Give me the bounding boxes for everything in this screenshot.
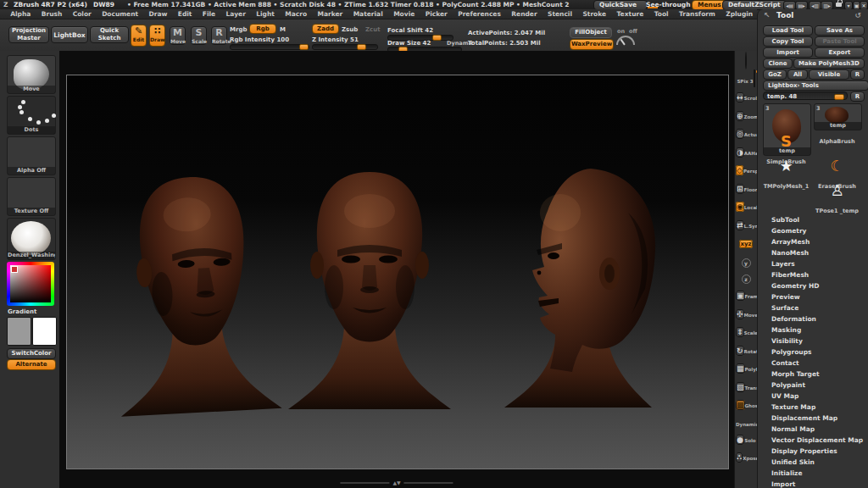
tool-section-arraymesh[interactable]: ArrayMesh (758, 236, 868, 247)
gradient-label[interactable]: Gradient (8, 308, 36, 315)
tool-section-geometry-hd[interactable]: Geometry HD (758, 280, 868, 291)
move-button[interactable]: MMove (170, 26, 186, 45)
floor-button[interactable]: ⊞Floor (736, 179, 756, 196)
rgb-toggle[interactable]: Rgb (249, 24, 276, 34)
quick-sketch-button[interactable]: Quick Sketch (90, 26, 129, 43)
menu-document[interactable]: Document (97, 10, 143, 18)
lightbox-tools-button[interactable]: Lightbox› Tools (763, 80, 868, 91)
tool-section-vector-displacement-map[interactable]: Vector Displacement Map (758, 435, 868, 446)
saturation-square[interactable] (10, 265, 51, 302)
edit-button[interactable]: ✎Edit (131, 25, 147, 47)
menu-marker[interactable]: Marker (312, 10, 348, 18)
clone-button[interactable]: Clone (763, 58, 793, 69)
tool-section-texture-map[interactable]: Texture Map (758, 402, 868, 413)
tool-section-initialize[interactable]: Initialize (758, 468, 868, 479)
zoom-button[interactable]: ⊕Zoom (736, 106, 756, 123)
tmpolymesh-tool[interactable]: ★ TMPolyMesh_1 (763, 157, 810, 191)
menu-picker[interactable]: Picker (420, 10, 452, 18)
r-button-1[interactable]: R (850, 69, 865, 80)
preview-gauge-icon[interactable] (616, 36, 635, 45)
import-button[interactable]: Import (763, 47, 813, 58)
tool-section-fibermesh[interactable]: FiberMesh (758, 269, 868, 280)
tool-section-masking[interactable]: Masking (758, 324, 868, 336)
tpose-tool[interactable]: ♙ TPose1 _temp (814, 181, 860, 216)
spix-slider[interactable]: SPix 3 (736, 70, 756, 86)
save-as-button[interactable]: Save As (815, 25, 865, 36)
secondary-color-swatch[interactable] (32, 317, 57, 346)
menu-alpha[interactable]: Alpha (5, 10, 36, 18)
menu-render[interactable]: Render (506, 10, 542, 18)
tool-section-morph-target[interactable]: Morph Target (758, 369, 868, 380)
transp-button[interactable]: ▧Transp (736, 377, 756, 394)
paste-tool-button[interactable]: Paste Tool (815, 36, 865, 47)
y-axis-button[interactable]: y (736, 252, 756, 269)
move-3d-button[interactable]: ✣Move (736, 304, 756, 321)
tool-section-unified-skin[interactable]: Unified Skin (758, 457, 868, 468)
menu-color[interactable]: Color (67, 10, 96, 18)
scale-button[interactable]: SScale (191, 26, 207, 45)
export-button[interactable]: Export (815, 47, 865, 58)
fill-object-button[interactable]: FillObject (570, 27, 612, 38)
zadd-toggle[interactable]: Zadd (312, 24, 339, 34)
all-button[interactable]: All (787, 69, 808, 80)
tool-section-uv-map[interactable]: UV Map (758, 391, 868, 402)
tool-palette-header[interactable]: ↖ Tool ↺ (758, 11, 868, 23)
tool-section-geometry[interactable]: Geometry (758, 225, 868, 236)
ghost-button[interactable]: ▩Ghost (736, 395, 756, 412)
rotate-button[interactable]: RRotate (211, 26, 227, 45)
scroll-arrows-icon[interactable]: ▲▼ (392, 480, 400, 485)
projection-master-button[interactable]: Projection Master (8, 26, 49, 43)
draw-button[interactable]: ∷Draw (149, 25, 165, 47)
frame-button[interactable]: ▣Frame (736, 286, 756, 302)
main-color-swatch[interactable] (7, 317, 31, 346)
goz-button[interactable]: GoZ (763, 69, 787, 80)
r-button-2[interactable]: R (850, 92, 865, 102)
current-alpha-thumbnail[interactable]: Alpha Off (7, 136, 56, 175)
tool-section-polygroups[interactable]: Polygroups (758, 347, 868, 358)
tool-section-displacement-map[interactable]: Displacement Map (758, 413, 868, 424)
switch-color-button[interactable]: SwitchColor (7, 348, 56, 359)
restore-config-icon[interactable]: ↺ (854, 11, 861, 19)
xyz-button[interactable]: xyz (736, 233, 756, 251)
local-button[interactable]: ◉Local (736, 197, 756, 214)
m-toggle[interactable]: M (280, 26, 286, 33)
menu-macro[interactable]: Macro (280, 10, 312, 18)
menu-draw[interactable]: Draw (143, 10, 172, 18)
menu-edit[interactable]: Edit (173, 10, 198, 18)
persp-button[interactable]: ◇Persp (736, 160, 756, 177)
lock-icon[interactable] (836, 2, 843, 8)
menu-tool[interactable]: Tool (648, 10, 673, 18)
z-axis-button[interactable]: z (736, 269, 756, 285)
tool-section-layers[interactable]: Layers (758, 258, 868, 269)
menu-material[interactable]: Material (348, 10, 387, 18)
current-brush-thumbnail[interactable]: Move (7, 55, 56, 94)
temp-tool-slider[interactable]: temp. 48 (763, 92, 848, 100)
mrgb-toggle[interactable]: Mrgb (230, 26, 247, 33)
canvas-scrollbar[interactable]: ▲▼ (340, 480, 453, 485)
menu-light[interactable]: Light (251, 10, 280, 18)
alternate-button[interactable]: Alternate (7, 359, 56, 370)
alphabrush-tool[interactable]: AlphaBrush (814, 130, 860, 147)
current-stroke-thumbnail[interactable]: Dots (7, 96, 56, 135)
z-intensity-slider[interactable] (312, 44, 378, 50)
visible-button[interactable]: Visible (809, 69, 849, 80)
menu-stencil[interactable]: Stencil (542, 10, 577, 18)
tool-section-subtool[interactable]: SubTool (758, 214, 868, 225)
tool-section-preview[interactable]: Preview (758, 291, 868, 302)
tool-section-polypaint[interactable]: Polypaint (758, 380, 868, 391)
see-through-slider[interactable] (648, 7, 658, 8)
menu-zplugin[interactable]: Zplugin (721, 10, 758, 18)
menu-file[interactable]: File (198, 10, 221, 18)
tool-section-import[interactable]: Import (758, 479, 868, 488)
menu-preferences[interactable]: Preferences (453, 10, 506, 18)
current-texture-thumbnail[interactable]: Texture Off (7, 177, 56, 216)
solo-button[interactable]: ●Solo (736, 430, 756, 446)
tool-section-normal-map[interactable]: Normal Map (758, 424, 868, 435)
tool-section-display-properties[interactable]: Display Properties (758, 446, 868, 457)
wax-preview-button[interactable]: WaxPreview (570, 39, 614, 50)
tool-section-contact[interactable]: Contact (758, 358, 868, 369)
color-picker[interactable] (7, 262, 54, 306)
zsub-toggle[interactable]: Zsub (342, 26, 358, 33)
actual-button[interactable]: ◎Actual (736, 124, 756, 141)
menu-movie[interactable]: Movie (388, 10, 420, 18)
